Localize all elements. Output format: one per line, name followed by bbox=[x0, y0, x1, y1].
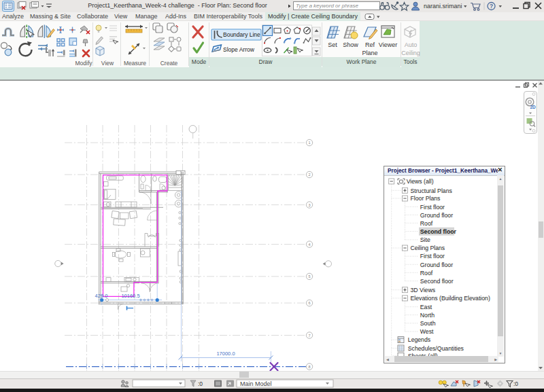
svg-text:6: 6 bbox=[308, 301, 310, 305]
svg-text:Set: Set bbox=[328, 41, 337, 48]
svg-text:?: ? bbox=[490, 3, 493, 10]
svg-text:South: South bbox=[420, 320, 436, 327]
svg-text:Structural Plans: Structural Plans bbox=[411, 188, 453, 194]
svg-text:17000.0: 17000.0 bbox=[216, 351, 235, 357]
svg-text:Site: Site bbox=[420, 236, 430, 243]
svg-text:7: 7 bbox=[308, 334, 310, 338]
svg-text:Views (all): Views (all) bbox=[407, 178, 434, 185]
svg-text:4: 4 bbox=[308, 243, 310, 247]
svg-text:Ground floor: Ground floor bbox=[420, 212, 453, 219]
svg-text:East: East bbox=[420, 304, 432, 310]
svg-text::0: :0 bbox=[513, 380, 518, 387]
svg-text:Auto: Auto bbox=[405, 41, 418, 48]
svg-text:Second floor: Second floor bbox=[420, 278, 454, 285]
svg-text:Ceiling Plans: Ceiling Plans bbox=[411, 245, 445, 251]
svg-text:10160.5: 10160.5 bbox=[121, 293, 139, 299]
svg-text:Elevations (Building Elevation: Elevations (Building Elevation) bbox=[411, 295, 490, 302]
svg-text:First floor: First floor bbox=[420, 204, 445, 211]
svg-text:Legends: Legends bbox=[408, 336, 431, 343]
svg-text:Ceiling: Ceiling bbox=[401, 50, 420, 56]
svg-text:Schedules/Quantities: Schedules/Quantities bbox=[408, 345, 464, 352]
svg-text:Slope Arrow: Slope Arrow bbox=[223, 46, 255, 53]
svg-text:429.0: 429.0 bbox=[95, 293, 108, 299]
svg-text:3: 3 bbox=[308, 203, 310, 207]
svg-text:3D Views: 3D Views bbox=[411, 287, 436, 293]
svg-text:Floor Plans: Floor Plans bbox=[411, 195, 441, 202]
svg-text:Roof: Roof bbox=[420, 270, 433, 277]
svg-text:narani.srimani: narani.srimani bbox=[424, 3, 462, 10]
svg-text:2D: 2D bbox=[530, 105, 537, 109]
svg-text:Roof: Roof bbox=[420, 220, 433, 227]
svg-text:Second floor: Second floor bbox=[420, 228, 457, 235]
svg-text:2: 2 bbox=[308, 173, 310, 177]
svg-text:5: 5 bbox=[308, 274, 310, 279]
svg-text:West: West bbox=[420, 328, 434, 335]
svg-text:Ref: Ref bbox=[365, 41, 375, 48]
svg-text:Ground floor: Ground floor bbox=[420, 262, 453, 268]
svg-text:1: 1 bbox=[308, 141, 310, 145]
svg-text:Plane: Plane bbox=[362, 50, 377, 56]
svg-text:Show: Show bbox=[343, 41, 358, 48]
svg-text:North: North bbox=[420, 312, 435, 319]
svg-text:8: 8 bbox=[308, 365, 310, 369]
svg-text:Boundary Line: Boundary Line bbox=[223, 31, 260, 38]
svg-text:First floor: First floor bbox=[420, 253, 445, 260]
svg-text:Viewer: Viewer bbox=[379, 41, 397, 48]
svg-text:Main Model: Main Model bbox=[240, 380, 272, 387]
svg-text::0: :0 bbox=[198, 380, 203, 387]
